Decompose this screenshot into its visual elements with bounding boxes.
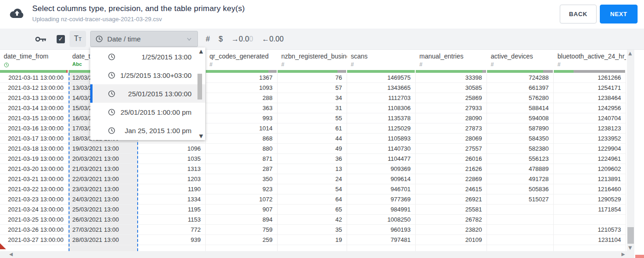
table-cell[interactable] xyxy=(554,215,626,225)
table-cell[interactable]: 1209602 xyxy=(554,164,626,174)
table-cell[interactable]: 2021-03-27 13:00:00 xyxy=(0,235,69,245)
table-cell[interactable]: 31 xyxy=(278,103,347,113)
table-cell[interactable]: 587890 xyxy=(487,123,554,134)
table-cell[interactable]: 939 xyxy=(138,235,206,245)
table-cell[interactable]: 907 xyxy=(206,205,278,215)
column-header-qr_codes_generated[interactable]: qr_codes_generated# xyxy=(206,50,278,70)
table-cell[interactable]: 350 xyxy=(206,174,278,184)
table-cell[interactable]: 515027 xyxy=(487,194,554,205)
table-cell[interactable]: 2021-03-17 13:00:00 xyxy=(0,134,69,144)
table-cell[interactable]: 2021-03-21 13:00:00 xyxy=(0,174,69,184)
table-cell[interactable]: 556123 xyxy=(487,154,554,164)
table-cell[interactable]: 1313 xyxy=(138,164,206,174)
table-cell[interactable]: 1216460 xyxy=(554,184,626,194)
table-cell[interactable]: 894 xyxy=(206,215,278,225)
table-cell[interactable]: 2021-03-12 13:00:00 xyxy=(0,83,69,93)
table-cell[interactable]: 2021-03-14 13:00:00 xyxy=(0,103,69,113)
text-type-button[interactable]: TT xyxy=(70,31,86,47)
scroll-left-arrow-icon[interactable]: ◀ xyxy=(9,252,13,257)
table-cell[interactable] xyxy=(487,235,554,245)
table-cell[interactable]: 24615 xyxy=(416,184,487,194)
table-cell[interactable] xyxy=(416,245,487,251)
table-cell[interactable]: 1210573 xyxy=(554,225,626,235)
table-cell[interactable]: 27933 xyxy=(416,103,487,113)
menu-scroll-down-icon[interactable]: ▼ xyxy=(199,133,203,139)
table-cell[interactable]: 584350 xyxy=(487,134,554,144)
primary-key-icon[interactable] xyxy=(35,35,47,43)
table-cell[interactable]: 909614 xyxy=(347,174,416,184)
table-cell[interactable] xyxy=(0,245,69,251)
number-type-button[interactable]: # xyxy=(206,35,210,43)
table-cell[interactable]: 44 xyxy=(278,134,347,144)
table-cell[interactable] xyxy=(69,245,138,251)
table-cell[interactable]: 24/03/2021 13:00 xyxy=(69,194,138,205)
table-cell[interactable]: 13 xyxy=(278,164,347,174)
next-button[interactable]: NEXT xyxy=(600,5,638,23)
currency-type-button[interactable]: $ xyxy=(219,35,223,43)
scroll-down-arrow-icon[interactable]: ▼ xyxy=(628,245,632,250)
table-cell[interactable]: 27/03/2021 13:00 xyxy=(69,225,138,235)
table-cell[interactable]: 1093 xyxy=(206,83,278,93)
table-cell[interactable]: 1224961 xyxy=(554,154,626,164)
table-cell[interactable]: 1035 xyxy=(138,154,206,164)
table-cell[interactable]: 25581 xyxy=(416,205,487,215)
table-cell[interactable]: 2021-03-25 13:00:00 xyxy=(0,215,69,225)
column-header-active_devices[interactable]: active_devices# xyxy=(487,50,554,70)
table-cell[interactable]: 2021-03-20 13:00:00 xyxy=(0,164,69,174)
column-header-scans[interactable]: scans# xyxy=(347,50,416,70)
format-option[interactable]: Jan 25, 2015 1:00 pm xyxy=(90,121,205,140)
scroll-right-arrow-icon[interactable]: ▶ xyxy=(621,252,625,257)
table-cell[interactable]: 2021-03-11 13:00:00 xyxy=(0,73,69,83)
decrease-decimal-button[interactable]: ←0.00 xyxy=(262,35,284,43)
table-cell[interactable]: 2021-03-15 13:00:00 xyxy=(0,113,69,123)
menu-scroll-up-icon[interactable]: ▲ xyxy=(199,48,203,54)
table-cell[interactable]: 1240704 xyxy=(554,113,626,123)
table-cell[interactable]: 960193 xyxy=(347,225,416,235)
format-option[interactable]: 1/25/2015 13:00 xyxy=(90,47,205,66)
table-cell[interactable]: 588414 xyxy=(487,103,554,113)
table-cell[interactable]: 871 xyxy=(206,154,278,164)
table-cell[interactable]: 57 xyxy=(278,83,347,93)
table-cell[interactable]: 22/03/2021 13:00 xyxy=(69,174,138,184)
table-cell[interactable]: 27873 xyxy=(416,123,487,134)
table-cell[interactable]: 2021-03-24 13:00:00 xyxy=(0,205,69,215)
table-cell[interactable]: 1171854 xyxy=(554,205,626,215)
table-cell[interactable]: 2021-03-22 13:00:00 xyxy=(0,184,69,194)
table-cell[interactable]: 20/03/2021 13:00 xyxy=(69,154,138,164)
table-cell[interactable]: 61 xyxy=(278,123,347,134)
table-cell[interactable]: 25/03/2021 13:00 xyxy=(69,205,138,215)
table-cell[interactable]: 21/03/2021 13:00 xyxy=(69,164,138,174)
table-cell[interactable]: 1125029 xyxy=(347,123,416,134)
table-cell[interactable]: 491728 xyxy=(487,174,554,184)
table-cell[interactable]: 2021-03-23 13:00:00 xyxy=(0,194,69,205)
table-cell[interactable]: 923 xyxy=(206,184,278,194)
table-cell[interactable]: 797481 xyxy=(347,235,416,245)
table-cell[interactable] xyxy=(347,245,416,251)
table-cell[interactable]: 1367 xyxy=(206,73,278,83)
table-cell[interactable]: 1213891 xyxy=(554,174,626,184)
table-cell[interactable]: 724288 xyxy=(487,73,554,83)
table-cell[interactable]: 1195 xyxy=(138,205,206,215)
table-cell[interactable]: 1108306 xyxy=(347,103,416,113)
horizontal-scrollbar[interactable]: ◀ ▶ xyxy=(0,251,634,258)
table-cell[interactable]: 259 xyxy=(206,235,278,245)
table-cell[interactable]: 984991 xyxy=(347,205,416,215)
table-cell[interactable]: 35 xyxy=(278,225,347,235)
column-header-date_time_from[interactable]: date_time_from xyxy=(0,50,69,70)
column-header-bluetooth_active_24_hr_[interactable]: bluetooth_active_24_hr_# xyxy=(554,50,626,70)
table-cell[interactable] xyxy=(138,245,206,251)
table-cell[interactable]: 909369 xyxy=(347,164,416,174)
table-cell[interactable]: 1096 xyxy=(138,144,206,154)
table-cell[interactable]: 1104477 xyxy=(347,154,416,164)
table-cell[interactable]: 1242956 xyxy=(554,103,626,113)
table-cell[interactable]: 33398 xyxy=(416,73,487,83)
table-cell[interactable]: 772 xyxy=(138,225,206,235)
table-cell[interactable]: 2021-03-19 13:00:00 xyxy=(0,154,69,164)
table-cell[interactable]: 1469575 xyxy=(347,73,416,83)
include-column-checkbox[interactable]: ✓ xyxy=(57,35,65,43)
column-header-nzbn_registered_busine[interactable]: nzbn_registered_busine# xyxy=(278,50,347,70)
table-cell[interactable]: 1140730 xyxy=(347,144,416,154)
table-cell[interactable]: 21626 xyxy=(416,164,487,174)
table-cell[interactable]: 868 xyxy=(206,134,278,144)
table-cell[interactable]: 1231104 xyxy=(554,235,626,245)
